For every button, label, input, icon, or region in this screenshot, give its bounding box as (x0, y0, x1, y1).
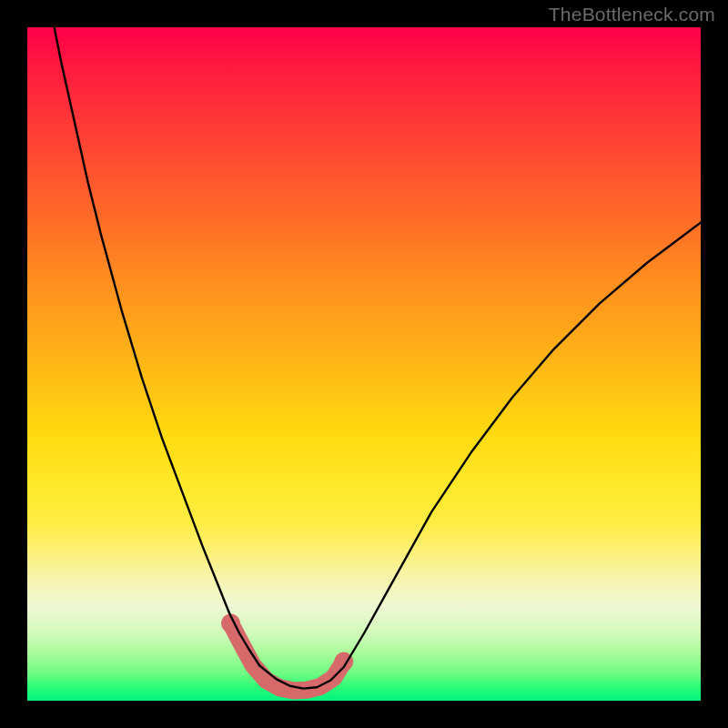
highlight-band-path (230, 623, 343, 691)
bottleneck-curve (55, 27, 701, 689)
chart-frame: TheBottleneck.com (0, 0, 728, 728)
chart-overlay (27, 27, 701, 701)
watermark-text: TheBottleneck.com (549, 4, 715, 25)
plot-area (27, 27, 701, 701)
